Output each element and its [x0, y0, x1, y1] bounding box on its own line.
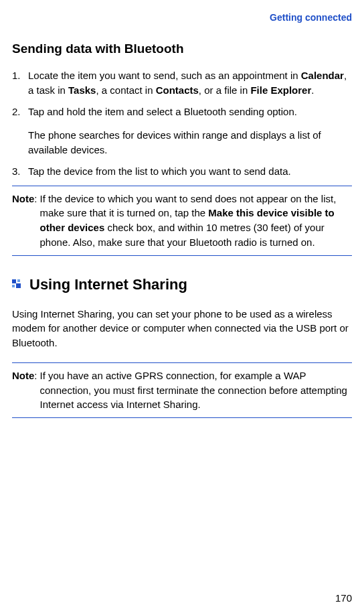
- header-breadcrumb: Getting connected: [12, 12, 352, 23]
- step-1: Locate the item you want to send, such a…: [12, 68, 352, 98]
- squares-bullet-icon: [12, 279, 23, 290]
- heading-row-internet-sharing: Using Internet Sharing: [12, 276, 352, 293]
- steps-list: Locate the item you want to send, such a…: [12, 68, 352, 179]
- step-1-bold-contacts: Contacts: [156, 84, 199, 96]
- note-2-label: Note:: [12, 368, 40, 412]
- step-1-bold-file-explorer: File Explorer: [250, 84, 311, 96]
- step-3-text: Tap the device from the list to which yo…: [28, 165, 291, 177]
- step-1-text-c: , a contact in: [96, 84, 155, 96]
- step-1-text-d: , or a file in: [199, 84, 251, 96]
- step-2: Tap and hold the item and select a Bluet…: [12, 105, 352, 157]
- step-2-sub: The phone searches for devices within ra…: [28, 128, 352, 157]
- page-number: 170: [335, 592, 352, 604]
- svg-rect-3: [16, 283, 21, 288]
- note-box-2: Note: If you have an active GPRS connect…: [12, 362, 352, 418]
- svg-rect-0: [12, 279, 16, 283]
- section-title-bluetooth: Sending data with Bluetooth: [12, 42, 352, 56]
- note-2-body: If you have an active GPRS connection, f…: [40, 368, 352, 412]
- note-box-1: Note: If the device to which you want to…: [12, 186, 352, 256]
- step-1-bold-calendar: Calendar: [301, 70, 344, 81]
- svg-rect-1: [17, 279, 20, 282]
- note-1-label: Note:: [12, 192, 40, 250]
- step-2-text: Tap and hold the item and select a Bluet…: [28, 106, 297, 117]
- step-3: Tap the device from the list to which yo…: [12, 164, 352, 179]
- internet-sharing-para: Using Internet Sharing, you can set your…: [12, 307, 352, 350]
- note-1-body: If the device to which you want to send …: [40, 192, 352, 250]
- section-title-internet-sharing: Using Internet Sharing: [29, 276, 187, 293]
- step-1-bold-tasks: Tasks: [68, 84, 96, 96]
- svg-rect-2: [12, 285, 15, 287]
- step-1-text-e: .: [311, 84, 314, 96]
- step-1-text-a: Locate the item you want to send, such a…: [28, 70, 301, 81]
